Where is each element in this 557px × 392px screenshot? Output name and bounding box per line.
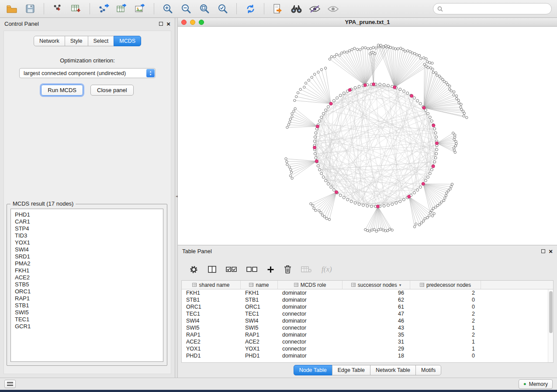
mcds-result-item[interactable]: ORC1: [15, 288, 163, 295]
network-window-titlebar[interactable]: YPA_prune.txt_1: [178, 18, 557, 27]
table-row[interactable]: SWI5SWI5connector431: [182, 324, 553, 331]
close-panel-icon[interactable]: ×: [166, 21, 170, 27]
table-cell: ACE2: [241, 339, 278, 345]
column-type-icon: [249, 283, 253, 287]
table-cell: YOX1: [241, 346, 278, 352]
table-cell: dominator: [278, 318, 343, 324]
table-row[interactable]: SWI4SWI4dominator462: [182, 317, 553, 324]
mcds-result-item[interactable]: CAR1: [15, 218, 163, 225]
zoom-in-icon[interactable]: [161, 2, 174, 15]
node-table-body: FKH1FKH1dominator962STB1STB1dominator620…: [182, 289, 553, 359]
table-row[interactable]: ACE2ACE2connector311: [182, 338, 553, 345]
status-bar: ● Memory: [0, 378, 557, 390]
mcds-result-item[interactable]: SWI4: [15, 246, 163, 253]
table-panel-tabs-wrap: Node TableEdge TableNetwork TableMotifs: [178, 365, 557, 375]
mcds-result-item[interactable]: PMA2: [15, 260, 163, 267]
deselect-all-checkboxes-icon[interactable]: [246, 267, 257, 272]
scrollbar-thumb[interactable]: [549, 291, 553, 333]
float-window-icon[interactable]: [541, 249, 545, 253]
table-cell: 47: [343, 311, 410, 317]
tab-style[interactable]: Style: [65, 36, 88, 46]
table-toolbar: f(x): [178, 257, 557, 277]
export-network-icon[interactable]: [97, 2, 110, 15]
tab-network-table[interactable]: Network Table: [370, 365, 416, 375]
refresh-icon[interactable]: [244, 2, 257, 15]
mcds-result-item[interactable]: STB1: [15, 302, 163, 309]
search-box[interactable]: [433, 3, 552, 14]
table-row[interactable]: ORC1ORC1dominator610: [182, 303, 553, 310]
share-document-icon[interactable]: [271, 2, 284, 15]
memory-button[interactable]: ● Memory: [519, 379, 553, 389]
mcds-result-item[interactable]: TID3: [15, 232, 163, 239]
export-image-icon[interactable]: [134, 2, 147, 15]
table-cell: STB1: [241, 297, 278, 303]
table-cell: 0: [410, 297, 481, 303]
open-file-icon[interactable]: [5, 2, 18, 15]
table-cell: dominator: [278, 353, 343, 359]
table-row[interactable]: YOX1YOX1connector291: [182, 345, 553, 352]
hide-selected-eye-icon[interactable]: [308, 2, 321, 15]
tab-network[interactable]: Network: [34, 36, 65, 46]
float-window-icon[interactable]: [159, 22, 163, 26]
find-binoculars-icon[interactable]: [290, 2, 303, 15]
column-header-successor-nodes[interactable]: successor nodes▾: [343, 281, 410, 289]
tab-motifs[interactable]: Motifs: [415, 365, 441, 375]
tab-mcds[interactable]: MCDS: [114, 36, 141, 46]
search-input[interactable]: [446, 6, 547, 12]
table-scrollbar[interactable]: [548, 289, 553, 362]
dropdown-value: largest connected component (undirected): [24, 70, 126, 76]
zoom-fit-icon[interactable]: [198, 2, 211, 15]
mcds-result-item[interactable]: SRD1: [15, 253, 163, 260]
panel-list-icon[interactable]: [4, 380, 16, 388]
column-layout-icon[interactable]: [208, 266, 216, 273]
table-row[interactable]: STB1STB1dominator620: [182, 296, 553, 303]
column-header-MCDS-role[interactable]: MCDS role: [278, 281, 343, 289]
mcds-result-item[interactable]: TEC1: [15, 316, 163, 323]
delete-trash-icon[interactable]: [284, 265, 291, 274]
export-table-icon[interactable]: [115, 2, 128, 15]
memory-status-dot-icon: ●: [523, 382, 526, 386]
column-header-predecessor-nodes[interactable]: predecessor nodes: [410, 281, 481, 289]
mcds-result-item[interactable]: YOX1: [15, 239, 163, 246]
optimization-criterion-dropdown[interactable]: largest connected component (undirected)…: [19, 68, 156, 78]
select-all-checkboxes-icon[interactable]: [226, 267, 237, 272]
zoom-out-icon[interactable]: [180, 2, 193, 15]
optimization-criterion-label: Optimization criterion:: [4, 57, 171, 64]
run-mcds-button[interactable]: Run MCDS: [41, 85, 83, 96]
table-cell: 61: [343, 304, 410, 310]
table-cell: connector: [278, 325, 343, 331]
mcds-result-item[interactable]: PHD1: [15, 211, 163, 218]
close-panel-button[interactable]: Close panel: [90, 85, 134, 96]
mcds-result-title: MCDS result (17 nodes): [10, 200, 76, 207]
zoom-selected-icon[interactable]: [216, 2, 229, 15]
table-row[interactable]: FKH1FKH1dominator962: [182, 289, 553, 296]
import-network-icon[interactable]: [51, 2, 64, 15]
table-cell: TEC1: [182, 311, 241, 317]
tab-edge-table[interactable]: Edge Table: [332, 365, 370, 375]
mcds-result-item[interactable]: STB5: [15, 281, 163, 288]
table-cell: FKH1: [182, 290, 241, 296]
column-header-shared-name[interactable]: shared name: [182, 281, 241, 289]
import-table-icon[interactable]: [69, 2, 83, 15]
table-cell: 35: [343, 332, 410, 338]
add-column-plus-icon[interactable]: [267, 266, 274, 273]
column-header-name[interactable]: name: [241, 281, 278, 289]
close-panel-icon[interactable]: ×: [549, 248, 553, 254]
show-eye-icon[interactable]: [326, 2, 339, 15]
column-type-icon: [420, 283, 424, 287]
panel-splitter[interactable]: ◂▸: [175, 18, 178, 378]
table-row[interactable]: PHD1PHD1dominator180: [182, 352, 553, 359]
save-icon[interactable]: [24, 2, 37, 15]
mcds-result-item[interactable]: ACE2: [15, 274, 163, 281]
mcds-result-item[interactable]: FKH1: [15, 267, 163, 274]
tab-node-table[interactable]: Node Table: [294, 365, 332, 375]
mcds-result-item[interactable]: GCR1: [15, 323, 163, 330]
network-svg[interactable]: [178, 27, 557, 245]
mcds-result-item[interactable]: STP4: [15, 225, 163, 232]
tab-select[interactable]: Select: [88, 36, 114, 46]
table-row[interactable]: TEC1TEC1connector472: [182, 310, 553, 317]
table-settings-gear-icon[interactable]: [189, 265, 198, 274]
table-row[interactable]: RAP1RAP1dominator352: [182, 331, 553, 338]
mcds-result-item[interactable]: SWI5: [15, 309, 163, 316]
mcds-result-item[interactable]: RAP1: [15, 295, 163, 302]
